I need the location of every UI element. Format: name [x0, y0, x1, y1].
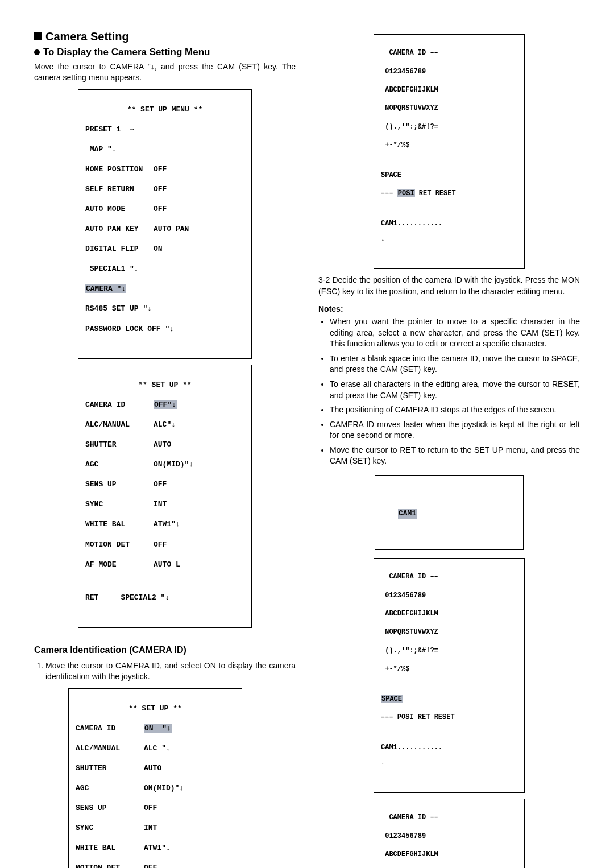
menu2-row: WHITE BALATW1"↓	[85, 519, 244, 530]
setup-box-off: ** SET UP ** CAMERA IDOFF"↓ ALC/MANUALAL…	[78, 365, 252, 628]
menu1-pwd: PASSWORD LOCK OFF "↓	[85, 324, 244, 334]
menu3-row: AGCON(MID)"↓	[76, 783, 235, 793]
steps-list: Move the cursor to CAMERA ID, and select…	[34, 660, 296, 683]
note-item: The positioning of CAMERA ID stops at th…	[330, 404, 580, 416]
subsection-title: To Display the Camera Setting Menu	[34, 46, 296, 59]
menu2-row: SENS UPOFF	[85, 480, 244, 490]
notes-heading: Notes:	[318, 304, 580, 315]
intro-text: Move the cursor to CAMERA "↓, and press …	[34, 61, 296, 84]
menu3-row: CAMERA IDON "↓	[76, 724, 235, 734]
menu2-title: ** SET UP **	[85, 380, 244, 390]
menu1-row: HOME POSITIONOFF	[85, 164, 244, 175]
note-item: When you want the pointer to move to a s…	[330, 316, 580, 350]
preview-camid: CAM1	[398, 509, 417, 519]
step-3-2: 3-2 Decide the position of the camera ID…	[318, 275, 580, 297]
note-item: Move the cursor to RET to return to the …	[330, 445, 580, 467]
menu3-row: WHITE BALATW1"↓	[76, 843, 235, 853]
char-edit-box-posi: CAMERA ID –– 0123456789 ABCDEFGHIJKLM NO…	[374, 34, 525, 269]
up-arrow-icon: ↑	[381, 237, 517, 246]
menu2-footer: RET SPECIAL2 "↓	[85, 593, 244, 603]
menu2-row: MOTION DETOFF	[85, 540, 244, 550]
notes-list: When you want the pointer to move to a s…	[318, 316, 580, 467]
subsection-title-text: To Display the Camera Setting Menu	[43, 47, 210, 57]
char-edit-box-reset: CAMERA ID –– 0123456789 ABCDEFGHIJKLM NO…	[374, 799, 525, 868]
menu3-row: SYNCINT	[76, 823, 235, 833]
setup-menu-box: ** SET UP MENU ** PRESET 1 → MAP "↓ HOME…	[78, 89, 252, 359]
menu1-title: ** SET UP MENU **	[85, 105, 244, 115]
char-edit-box-space: CAMERA ID –– 0123456789 ABCDEFGHIJKLM NO…	[374, 558, 525, 793]
section-title: Camera Setting	[34, 28, 296, 44]
menu1-special: SPECIAL1 "↓	[85, 264, 244, 274]
left-column: Camera Setting To Display the Camera Set…	[34, 28, 296, 868]
menu1-rs485: RS485 SET UP "↓	[85, 304, 244, 314]
menu3-row: ALC/MANUALALC "↓	[76, 743, 235, 754]
note-item: To erase all characters in the editing a…	[330, 379, 580, 401]
menu1-preset: PRESET 1 →	[85, 125, 244, 135]
setup-box-on: ** SET UP ** CAMERA IDON "↓ ALC/MANUALAL…	[68, 688, 242, 868]
menu1-row: SELF RETURNOFF	[85, 184, 244, 195]
right-column: CAMERA ID –– 0123456789 ABCDEFGHIJKLM NO…	[318, 28, 580, 868]
note-item: CAMERA ID moves faster when the joystick…	[330, 419, 580, 441]
menu2-row: SHUTTERAUTO	[85, 440, 244, 450]
step-1: Move the cursor to CAMERA ID, and select…	[45, 660, 296, 683]
menu2-row: ALC/MANUALALC"↓	[85, 420, 244, 430]
menu2-row: SYNCINT	[85, 499, 244, 510]
camid-heading: Camera Identification (CAMERA ID)	[34, 644, 296, 657]
menu2-row: AF MODEAUTO L	[85, 560, 244, 570]
menu1-camera: CAMERA "↓	[85, 284, 244, 294]
menu1-map: MAP "↓	[85, 144, 244, 155]
section-title-text: Camera Setting	[45, 30, 129, 43]
menu3-row: SHUTTERAUTO	[76, 763, 235, 774]
menu3-title: ** SET UP **	[76, 704, 235, 714]
menu3-row: SENS UPOFF	[76, 803, 235, 813]
menu2-row: CAMERA IDOFF"↓	[85, 400, 244, 410]
note-item: To enter a blank space into the camera I…	[330, 353, 580, 375]
up-arrow-icon: ↑	[381, 761, 517, 770]
menu1-row: DIGITAL FLIPON	[85, 244, 244, 254]
id-position-preview: CAM1	[375, 475, 524, 550]
menu1-row: AUTO MODEOFF	[85, 204, 244, 214]
charedit-title: CAMERA ID ––	[381, 48, 517, 57]
menu1-row: AUTO PAN KEYAUTO PAN	[85, 224, 244, 234]
menu2-row: AGCON(MID)"↓	[85, 460, 244, 470]
menu3-row: MOTION DETOFF	[76, 863, 235, 868]
